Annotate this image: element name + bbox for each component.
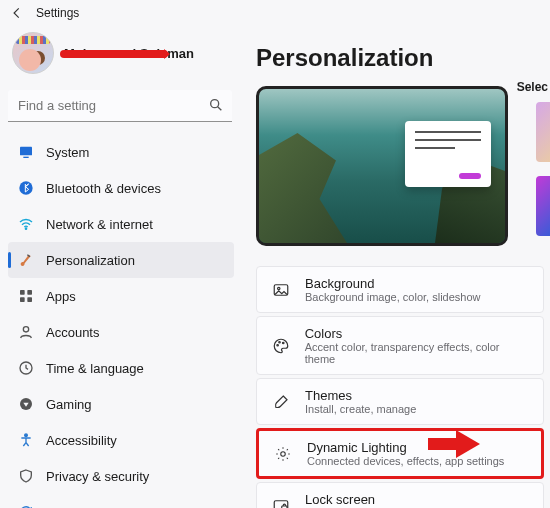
- svg-rect-1: [20, 147, 32, 156]
- sidebar-item-accounts[interactable]: Accounts: [8, 314, 234, 350]
- preview-window: [405, 121, 491, 187]
- profile-block[interactable]: Mohammad Suleman: [8, 26, 234, 82]
- sidebar-item-label: System: [46, 145, 89, 160]
- lock-screen-icon: [271, 496, 291, 509]
- sidebar-item-label: Privacy & security: [46, 469, 149, 484]
- sidebar-item-update[interactable]: Windows Update: [8, 494, 234, 508]
- sidebar-item-personalization[interactable]: Personalization: [8, 242, 234, 278]
- system-icon: [18, 144, 34, 160]
- theme-swatch[interactable]: [536, 176, 550, 236]
- sidebar-item-privacy[interactable]: Privacy & security: [8, 458, 234, 494]
- page-title: Personalization: [256, 44, 550, 72]
- gaming-icon: [18, 396, 34, 412]
- svg-point-18: [281, 451, 286, 456]
- row-title: Lock screen: [305, 492, 492, 507]
- search-input[interactable]: [8, 90, 232, 122]
- sidebar-item-label: Apps: [46, 289, 76, 304]
- row-colors[interactable]: ColorsAccent color, transparency effects…: [256, 316, 544, 375]
- theme-swatch[interactable]: [536, 102, 550, 162]
- sidebar-item-label: Windows Update: [46, 505, 144, 509]
- accessibility-icon: [18, 432, 34, 448]
- sidebar-item-gaming[interactable]: Gaming: [8, 386, 234, 422]
- paintbrush-icon: [18, 252, 34, 268]
- svg-rect-8: [27, 297, 32, 302]
- svg-point-14: [278, 287, 280, 289]
- wifi-icon: [18, 216, 34, 232]
- sidebar-item-time[interactable]: Time & language: [8, 350, 234, 386]
- shield-icon: [18, 468, 34, 484]
- row-dynamic-lighting[interactable]: Dynamic LightingConnected devices, effec…: [256, 428, 544, 479]
- sidebar-item-label: Accessibility: [46, 433, 117, 448]
- image-icon: [271, 280, 291, 300]
- svg-point-12: [25, 434, 28, 437]
- content-area: Personalization Selec BackgroundB: [238, 26, 550, 508]
- row-title: Colors: [305, 326, 529, 341]
- row-title: Background: [305, 276, 480, 291]
- sidebar-item-label: Time & language: [46, 361, 144, 376]
- apps-icon: [18, 288, 34, 304]
- app-title: Settings: [36, 6, 79, 20]
- svg-point-0: [211, 100, 219, 108]
- sidebar-item-system[interactable]: System: [8, 134, 234, 170]
- theme-swatches: [536, 102, 550, 236]
- sidebar: Mohammad Suleman System Bluetooth & devi…: [0, 26, 238, 508]
- desktop-preview: [256, 86, 508, 246]
- sidebar-item-label: Gaming: [46, 397, 92, 412]
- redaction-mark: [60, 50, 168, 58]
- clock-globe-icon: [18, 360, 34, 376]
- sidebar-item-accessibility[interactable]: Accessibility: [8, 422, 234, 458]
- titlebar: Settings: [0, 0, 550, 26]
- back-icon[interactable]: [10, 6, 24, 20]
- update-icon: [18, 504, 34, 508]
- annotation-arrow: [428, 430, 480, 458]
- sidebar-item-bluetooth[interactable]: Bluetooth & devices: [8, 170, 234, 206]
- row-title: Themes: [305, 388, 416, 403]
- row-sub: Accent color, transparency effects, colo…: [305, 341, 529, 365]
- search-icon: [208, 97, 224, 117]
- avatar: [12, 32, 54, 74]
- svg-point-16: [279, 341, 281, 343]
- select-heading: Selec: [517, 80, 548, 94]
- svg-rect-2: [23, 157, 28, 158]
- brush-icon: [271, 392, 291, 412]
- search-field[interactable]: [8, 90, 232, 122]
- bluetooth-icon: [18, 180, 34, 196]
- svg-rect-7: [20, 297, 25, 302]
- row-lock-screen[interactable]: Lock screenLock screen images, apps, ani…: [256, 482, 544, 508]
- sidebar-item-apps[interactable]: Apps: [8, 278, 234, 314]
- sidebar-nav: System Bluetooth & devices Network & int…: [8, 134, 234, 508]
- palette-icon: [271, 336, 291, 356]
- svg-point-17: [282, 342, 284, 344]
- row-sub: Background image, color, slideshow: [305, 291, 480, 303]
- sidebar-item-label: Network & internet: [46, 217, 153, 232]
- light-icon: [273, 444, 293, 464]
- account-icon: [18, 324, 34, 340]
- sidebar-item-label: Bluetooth & devices: [46, 181, 161, 196]
- row-themes[interactable]: ThemesInstall, create, manage: [256, 378, 544, 425]
- svg-rect-6: [27, 290, 32, 295]
- row-sub: Install, create, manage: [305, 403, 416, 415]
- svg-point-15: [277, 344, 279, 346]
- sidebar-item-network[interactable]: Network & internet: [8, 206, 234, 242]
- row-background[interactable]: BackgroundBackground image, color, slide…: [256, 266, 544, 313]
- svg-point-9: [23, 327, 28, 332]
- svg-point-4: [25, 228, 26, 229]
- svg-point-3: [19, 181, 32, 194]
- sidebar-item-label: Accounts: [46, 325, 99, 340]
- settings-list: BackgroundBackground image, color, slide…: [256, 266, 550, 508]
- sidebar-item-label: Personalization: [46, 253, 135, 268]
- svg-rect-5: [20, 290, 25, 295]
